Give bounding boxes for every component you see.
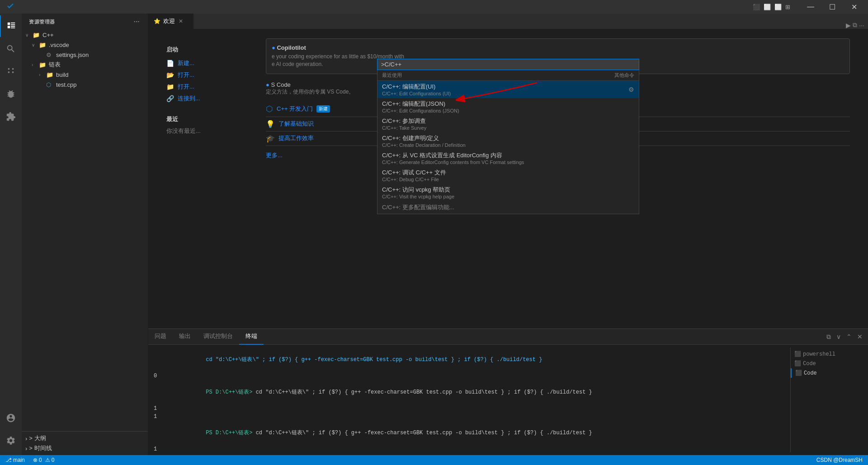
tree-build[interactable]: › 📁 build [22,70,148,80]
status-csdn[interactable]: CSDN @DreamSH [815,455,864,465]
tree-settings-json[interactable]: › ⚙ settings.json [22,50,148,60]
sidebar-header: 资源管理器 ··· [22,14,148,30]
cp-item-debug[interactable]: C/C++: 调试 C/C++ 文件 C/C++: Debug C/C++ Fi… [377,167,639,184]
maximize-button[interactable]: ☐ [822,0,843,14]
new-file-icon: 📄 [166,60,174,67]
panel-tab-output[interactable]: 输出 [173,329,197,345]
title-bar-icons [7,3,14,10]
folder-icon: 📁 [33,32,41,38]
panel-collapse-icon[interactable]: ⌃ [844,332,854,341]
split-editor-icon[interactable]: ⧉ [853,21,857,29]
open-folder-icon: 📁 [166,83,174,90]
tab-welcome-icon: ⭐ [154,18,160,24]
welcome-open-file[interactable]: 📂 打开... [166,69,248,81]
cp-item-edit-ui[interactable]: C/C++: 编辑配置(UI) C/C++: Edit Configuratio… [377,81,639,98]
terminal-line-5: 1 [154,413,787,421]
activity-bottom-group [0,407,22,455]
tree-label-vscode: .vscode [49,42,69,48]
cp-item-sublabel-debug: C/C++: Debug C/C++ File [382,177,446,182]
cpp-entry-productivity-label: 提高工作效率 [278,134,314,142]
minimize-button[interactable]: — [800,0,821,14]
tree-arrow: ∨ [32,42,39,47]
activity-extensions[interactable] [0,106,22,127]
productivity-icon: 🎓 [266,134,275,143]
tree-arrow: ∨ [25,33,33,38]
status-git[interactable]: ⎇ main [4,455,27,465]
timeline-label: > 时间线 [29,444,52,452]
tab-welcome[interactable]: ⭐ 欢迎 ✕ [148,14,193,29]
run-icon[interactable]: ▶ [846,22,851,29]
status-error-count: 0 [39,457,42,463]
cpp-entry-intro-label: C++ 开发入门 [277,105,313,113]
folder-icon: 📁 [46,71,54,78]
cp-item-vcpkg[interactable]: C/C++: 访问 vcpkg 帮助页 C/C++: Visit the vcp… [377,184,639,201]
title-window-icons: ⬛ ⬜ ⬜ ⊞ [753,0,790,14]
split-terminal-icon[interactable]: ⧉ [825,332,833,342]
terminal-content[interactable]: cd "d:\C++\链表\" ; if ($?) { g++ -fexec-c… [154,348,787,452]
tree-vscode[interactable]: ∨ 📁 .vscode [22,40,148,50]
panel-tab-terminal[interactable]: 终端 [239,329,264,345]
more-actions-icon[interactable]: ··· [859,22,864,29]
cp-item-more[interactable]: C/C++: 更多配置编辑功能... [377,201,639,214]
cpp-entry-basics-label: 了解基础知识 [278,120,314,128]
cp-item-editorconfig[interactable]: C/C++: 从 VC 格式设置生成 EditorConfig 内容 C/C++… [377,150,639,167]
terminal-body: cd "d:\C++\链表\" ; if ($?) { g++ -fexec-c… [148,345,868,455]
tree-cpp-root[interactable]: ∨ 📁 C++ [22,30,148,40]
activity-account[interactable] [0,407,22,429]
sidebar-title: 资源管理器 [29,19,55,25]
tab-welcome-label: 欢迎 [163,17,175,25]
welcome-connect-label: 连接到... [178,94,200,103]
cp-item-sublabel-edit-ui: C/C++: Edit Configurations (UI) [382,91,451,96]
activity-settings[interactable] [0,430,22,451]
welcome-open-folder[interactable]: 📁 打开... [166,81,248,93]
content-wrapper: 最近使用 其他命令 C/C++: 编辑配置(UI) C/C++: Edit Co… [148,29,868,329]
terminal-line-3: PS D:\C++\链表> cd "d:\C++\链表\" ; if ($?) … [154,380,787,404]
open-file-icon: 📂 [166,71,174,79]
welcome-open-file-label: 打开... [178,71,194,79]
status-csdn-text: CSDN @DreamSH [816,457,863,463]
app-container: 资源管理器 ··· ∨ 📁 C++ ∨ 📁 .vscode › ⚙ settin… [0,14,868,465]
status-left: ⎇ main ⊗ 0 ⚠ 0 [4,455,56,465]
panel-close-icon[interactable]: ✕ [855,332,864,341]
timeline-item[interactable]: › > 时间线 [22,443,148,453]
cp-item-label-survey: C/C++: 参加调查 [382,117,426,125]
terminal-tab-code1-label: Code [803,361,816,367]
cp-other-label: 其他命令 [614,72,634,79]
tree-test-cpp[interactable]: › ⬡ test.cpp [22,80,148,89]
tab-close-welcome[interactable]: ✕ [178,17,184,25]
terminal-tab-powershell[interactable]: ⬛ powershell [791,349,863,359]
panel-chevron-down-icon[interactable]: ∨ [835,332,843,341]
terminal-tab-code2-label: Code [804,370,817,376]
outline-item[interactable]: › > 大纲 [22,433,148,443]
cp-item-declaration[interactable]: C/C++: 创建声明/定义 C/C++: Create Declaration… [377,132,639,150]
status-errors[interactable]: ⊗ 0 ⚠ 0 [31,455,56,465]
terminal-line-7: 1 [154,445,787,452]
panel-tab-debug-console[interactable]: 调试控制台 [197,329,239,345]
terminal-tab-code2[interactable]: ⬛ Code [791,368,863,378]
cp-item-label-edit-json: C/C++: 编辑配置(JSON) [382,100,459,108]
terminal-tab-code1[interactable]: ⬛ Code [791,359,863,368]
activity-source-control[interactable] [0,61,22,82]
activity-search[interactable] [0,38,22,60]
close-button[interactable]: ✕ [844,0,864,14]
sidebar-more-icon[interactable]: ··· [133,17,141,26]
cp-item-right: ⚙ [628,86,634,93]
welcome-connect[interactable]: 🔗 连接到... [166,93,248,104]
panel-tab-problems[interactable]: 问题 [148,329,173,345]
command-palette-dropdown: 最近使用 其他命令 C/C++: 编辑配置(UI) C/C++: Edit Co… [377,70,639,214]
tree-linkedlist[interactable]: › 📁 链表 [22,60,148,70]
activity-debug[interactable] [0,83,22,105]
tree-arrow: › [32,62,39,67]
panel-content-area: cd "d:\C++\链表\" ; if ($?) { g++ -fexec-c… [148,345,868,455]
cp-gear-icon[interactable]: ⚙ [628,86,634,93]
welcome-new-file-label: 新建... [178,59,194,67]
cp-item-edit-json[interactable]: C/C++: 编辑配置(JSON) C/C++: Edit Configurat… [377,98,639,115]
code1-icon: ⬛ [794,360,801,367]
cp-item-survey[interactable]: C/C++: 参加调查 C/C++: Take Survey [377,115,639,132]
command-palette-input[interactable] [381,61,635,68]
panel-tab-right: ⧉ ∨ ⌃ ✕ [825,332,868,342]
code2-icon: ⬛ [795,370,802,376]
welcome-new-file[interactable]: 📄 新建... [166,57,248,69]
outline-label: > 大纲 [29,434,46,442]
activity-explorer[interactable] [0,15,22,37]
